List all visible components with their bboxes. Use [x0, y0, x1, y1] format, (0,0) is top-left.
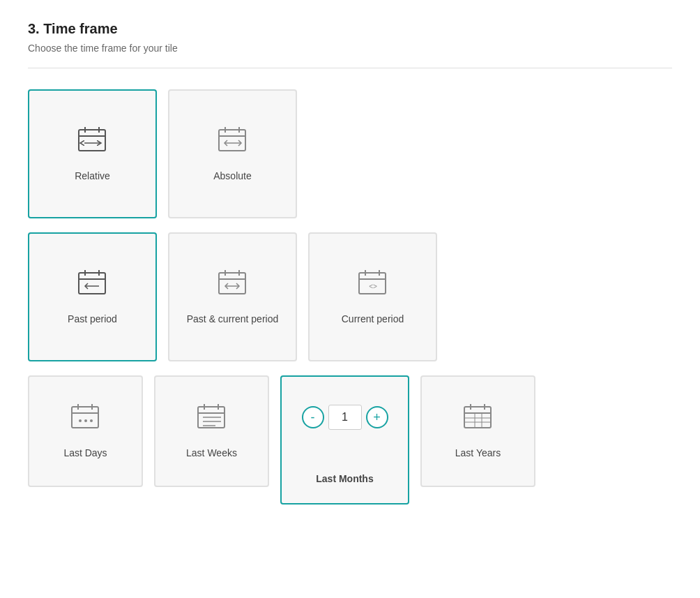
calendar-lines-icon	[195, 402, 229, 435]
calendar-arrow-small-icon	[215, 268, 250, 301]
svg-point-30	[84, 419, 87, 422]
calendar-arrow-icon	[75, 268, 110, 301]
tile-absolute-label: Absolute	[213, 170, 251, 184]
period-type-row: Past period Past & current period	[28, 232, 672, 361]
tile-current-period-label: Current period	[342, 313, 404, 327]
calendar-range-icon	[75, 125, 110, 158]
timeframe-type-row: Relative Absolute	[28, 89, 672, 218]
stepper-row: - 1 +	[302, 405, 388, 430]
tile-last-months-label: Last Months	[316, 472, 373, 486]
svg-text:<>: <>	[369, 283, 377, 290]
svg-rect-25	[72, 407, 98, 428]
svg-rect-15	[219, 273, 245, 294]
tile-last-years[interactable]: Last Years	[420, 375, 535, 487]
calendar-dots-icon	[68, 402, 103, 435]
tile-last-weeks-label: Last Weeks	[186, 447, 237, 461]
stepper-minus-button[interactable]: -	[302, 406, 324, 428]
tile-last-days[interactable]: Last Days	[28, 375, 143, 487]
svg-rect-5	[219, 130, 245, 151]
calendar-range-icon-2	[215, 125, 250, 158]
calendar-grid-icon	[461, 402, 496, 435]
calendar-code-icon: <>	[356, 268, 390, 301]
tile-relative[interactable]: Relative	[28, 89, 157, 218]
tile-last-days-label: Last Days	[63, 447, 107, 461]
tile-absolute[interactable]: Absolute	[168, 89, 297, 218]
tile-last-months[interactable]: - 1 + Last Months	[280, 375, 409, 504]
section-divider	[28, 68, 672, 68]
tile-past-period[interactable]: Past period	[28, 232, 157, 361]
tile-last-weeks[interactable]: Last Weeks	[154, 375, 269, 487]
svg-point-29	[79, 419, 82, 422]
tile-past-current-label: Past & current period	[187, 313, 279, 327]
page-title: 3. Time frame	[28, 21, 672, 37]
svg-rect-0	[79, 130, 105, 151]
tile-past-period-label: Past period	[68, 313, 117, 327]
svg-rect-10	[79, 273, 105, 294]
page-subtitle: Choose the time frame for your tile	[28, 43, 672, 54]
tile-last-years-label: Last Years	[455, 447, 501, 461]
tile-relative-label: Relative	[75, 170, 110, 184]
stepper-plus-button[interactable]: +	[366, 406, 388, 428]
svg-rect-39	[464, 407, 491, 428]
stepper-value: 1	[328, 405, 362, 430]
tile-past-current[interactable]: Past & current period	[168, 232, 297, 361]
last-period-row: Last Days Last Weeks - 1 + Last Months	[28, 375, 672, 504]
svg-point-31	[90, 419, 93, 422]
tile-current-period[interactable]: <> Current period	[308, 232, 437, 361]
